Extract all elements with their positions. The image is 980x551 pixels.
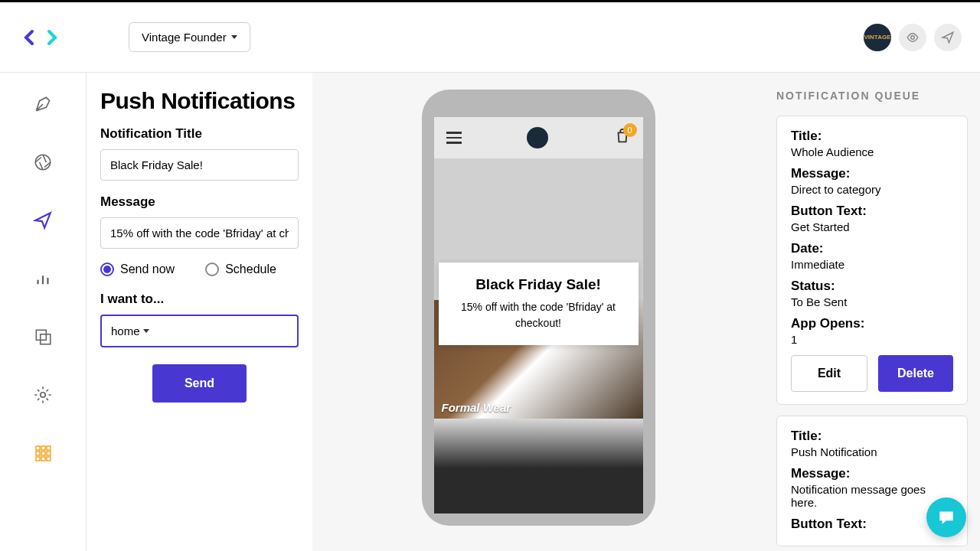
- svg-rect-9: [41, 452, 45, 455]
- notif-preview-title: Black Friday Sale!: [449, 276, 628, 293]
- message-label: Message: [100, 194, 299, 210]
- form-panel: Push Notifications Notification Title Me…: [87, 73, 312, 551]
- eye-icon: [906, 31, 920, 44]
- sidebar-item-media[interactable]: [33, 152, 53, 172]
- category-label: Formal Wear: [442, 401, 511, 414]
- svg-rect-3: [41, 334, 51, 344]
- preview-area: 0 Formal Wear Acc Black Friday Sale! 15%…: [312, 73, 764, 551]
- chat-fab[interactable]: [926, 497, 966, 537]
- project-name: Vintage Founder: [142, 31, 227, 44]
- title-label: Notification Title: [100, 126, 299, 142]
- chevron-down-icon: [143, 329, 149, 333]
- gear-icon: [33, 385, 53, 405]
- sidebar-item-analytics[interactable]: [33, 269, 53, 289]
- radio-schedule-label: Schedule: [225, 262, 276, 276]
- notif-preview-message: 15% off with the code 'Bfriday' at check…: [449, 299, 628, 331]
- preview-button[interactable]: [899, 24, 926, 51]
- i-want-to-select[interactable]: home: [100, 315, 299, 347]
- aperture-icon: [33, 152, 53, 172]
- svg-rect-11: [36, 457, 40, 461]
- brand-avatar[interactable]: VINTAGE: [864, 24, 891, 51]
- chevron-down-icon: [231, 35, 237, 39]
- i-want-to-value: home: [111, 324, 140, 337]
- svg-rect-12: [41, 457, 45, 461]
- edit-button[interactable]: Edit: [791, 355, 867, 392]
- radio-send-now[interactable]: Send now: [100, 262, 175, 276]
- svg-rect-6: [41, 446, 45, 450]
- chat-icon: [936, 507, 956, 527]
- cart-badge: 0: [623, 123, 637, 137]
- sidebar-item-push[interactable]: [33, 210, 53, 230]
- svg-point-0: [911, 35, 915, 39]
- svg-rect-7: [47, 446, 51, 450]
- phone-menu-icon[interactable]: [446, 132, 462, 144]
- queue-panel: NOTIFICATION QUEUE Title: Whole Audience…: [764, 73, 980, 551]
- page-title: Push Notifications: [100, 88, 299, 114]
- project-selector[interactable]: Vintage Founder: [129, 22, 250, 52]
- queue-card: Title: Whole Audience Message: Direct to…: [776, 116, 968, 405]
- i-want-to-label: I want to...: [100, 292, 299, 307]
- svg-rect-10: [47, 452, 51, 455]
- notification-preview: Black Friday Sale! 15% off with the code…: [439, 262, 639, 345]
- delete-button[interactable]: Delete: [878, 355, 953, 392]
- message-input[interactable]: [100, 217, 299, 249]
- svg-point-1: [35, 155, 51, 170]
- svg-point-4: [41, 393, 46, 398]
- phone-cart-button[interactable]: 0: [614, 128, 631, 148]
- grid-icon: [34, 444, 52, 462]
- sidebar: [0, 73, 87, 551]
- title-input[interactable]: [100, 149, 299, 181]
- radio-send-now-label: Send now: [120, 262, 175, 276]
- send-button[interactable]: Send: [152, 364, 247, 403]
- send-icon: [941, 31, 955, 44]
- phone-mockup: 0 Formal Wear Acc Black Friday Sale! 15%…: [422, 90, 655, 526]
- sidebar-item-apps[interactable]: [33, 443, 53, 463]
- radio-schedule[interactable]: Schedule: [205, 262, 276, 276]
- svg-rect-8: [36, 452, 40, 455]
- svg-rect-5: [36, 446, 40, 450]
- sidebar-item-settings[interactable]: [33, 385, 53, 405]
- sidebar-item-design[interactable]: [33, 94, 53, 114]
- send-icon-button[interactable]: [934, 24, 962, 51]
- svg-rect-2: [36, 330, 46, 340]
- queue-heading: NOTIFICATION QUEUE: [776, 90, 968, 102]
- header: Vintage Founder VINTAGE: [0, 2, 980, 73]
- send-icon: [33, 210, 53, 230]
- pen-nib-icon: [33, 94, 53, 114]
- svg-rect-13: [47, 457, 51, 461]
- sidebar-item-layers[interactable]: [33, 327, 53, 347]
- bar-chart-icon: [34, 270, 51, 287]
- phone-brand-logo: [527, 127, 548, 148]
- layers-icon: [33, 327, 53, 347]
- app-logo: [21, 28, 60, 47]
